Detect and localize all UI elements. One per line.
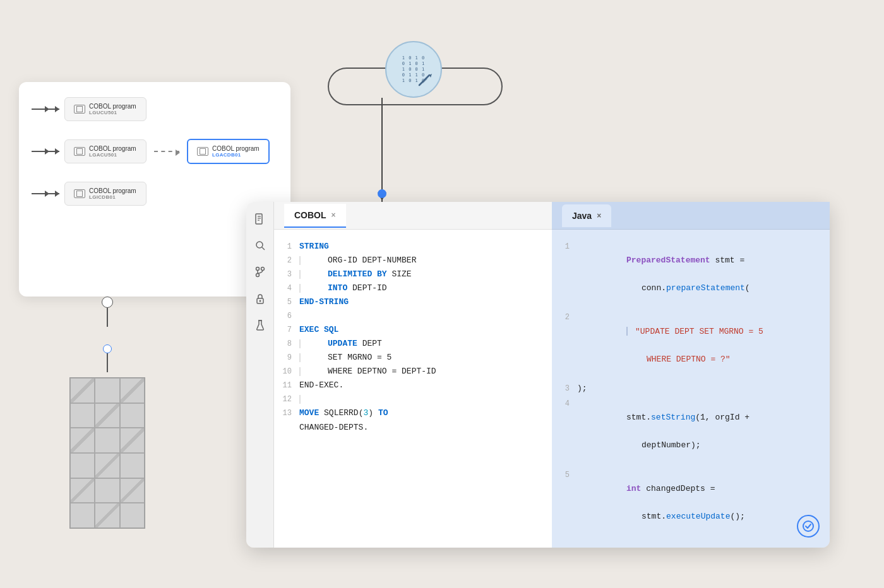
java-line-4: 4 stmt.setString(1, orgId + deptNumber); xyxy=(557,397,825,466)
tab-cobol[interactable]: COBOL × xyxy=(284,204,346,228)
cobol-line-9: 9 SET MGRNO = 5 xyxy=(279,351,547,365)
node3-title: COBOL program xyxy=(212,145,260,152)
grid-cell xyxy=(70,403,95,428)
java-tab-bar: Java × xyxy=(552,202,830,230)
node-icon-3 xyxy=(197,147,208,156)
check-button[interactable] xyxy=(797,515,820,538)
cobol-panel: COBOL × 1 STRING 2 ORG-ID DEPT-NUMBER 3 … xyxy=(274,202,552,548)
grid-cell xyxy=(95,378,119,403)
search-icon[interactable] xyxy=(253,238,267,252)
cobol-tab-close[interactable]: × xyxy=(332,211,336,219)
java-line-5: 5 int changedDepts = stmt.executeUpdate(… xyxy=(557,468,825,538)
branch-icon[interactable] xyxy=(253,265,267,279)
grid-cell xyxy=(120,478,145,503)
diagram-node-2[interactable]: COBOL program LGACU501 COBOL program LGA… xyxy=(32,139,278,164)
node-icon-1 xyxy=(74,105,85,114)
grid-cell xyxy=(95,453,119,478)
grid-cell xyxy=(95,503,119,528)
diagram-node-1[interactable]: COBOL program LGUCU501 xyxy=(32,97,278,121)
node2-subtitle: LGACU501 xyxy=(89,152,136,158)
svg-point-10 xyxy=(256,268,259,271)
node4-subtitle: LGICDB01 xyxy=(89,194,136,200)
java-tab-label: Java xyxy=(572,211,592,221)
grid-cell xyxy=(120,453,145,478)
node1-title: COBOL program xyxy=(89,103,136,110)
grid-cell xyxy=(70,478,95,503)
grid-cell xyxy=(70,453,95,478)
file-icon[interactable] xyxy=(253,212,267,226)
cobol-line-5: 5 END-STRING xyxy=(279,295,547,309)
grid-cell xyxy=(120,378,145,403)
vertical-line-2 xyxy=(107,353,108,372)
cobol-line-8: 8 UPDATE DEPT xyxy=(279,337,547,351)
java-line-1: 1 PreparedStatement stmt = conn.prepareS… xyxy=(557,240,825,309)
svg-point-8 xyxy=(256,242,263,248)
cobol-code-area: 1 STRING 2 ORG-ID DEPT-NUMBER 3 DELIMITE… xyxy=(274,230,552,548)
cobol-line-11: 11 END-EXEC. xyxy=(279,379,547,392)
grid-cell xyxy=(95,478,119,503)
cobol-line-1: 1 STRING xyxy=(279,240,547,254)
svg-point-15 xyxy=(259,300,261,302)
node4-title: COBOL program xyxy=(89,187,136,194)
svg-point-17 xyxy=(803,521,813,531)
grid-cell xyxy=(120,428,145,453)
grid-cell xyxy=(95,428,119,453)
svg-line-9 xyxy=(262,247,265,250)
grid-cell xyxy=(95,403,119,428)
cobol-line-10: 10 WHERE DEPTNO = DEPT-ID xyxy=(279,365,547,379)
editors-container: COBOL × 1 STRING 2 ORG-ID DEPT-NUMBER 3 … xyxy=(246,202,830,548)
diagram-node-4[interactable]: COBOL program LGICDB01 xyxy=(32,182,278,206)
node-icon-2 xyxy=(74,147,85,156)
cobol-line-6: 6 xyxy=(279,309,547,322)
grid-cell xyxy=(120,403,145,428)
cobol-tab-label: COBOL xyxy=(294,210,326,220)
lock-icon[interactable] xyxy=(253,291,267,305)
svg-line-2 xyxy=(419,75,429,85)
cobol-line-14: CHANGED-DEPTS. xyxy=(279,421,547,435)
flask-icon[interactable] xyxy=(253,318,267,332)
cobol-line-13: 13 MOVE SQLERRD(3) TO xyxy=(279,406,547,420)
empty-circle xyxy=(102,297,113,308)
grid-block xyxy=(69,377,145,529)
cobol-line-4: 4 INTO DEPT-ID xyxy=(279,281,547,295)
binary-badge: 1 0 1 0 0 1 0 1 1 0 0 1 0 1 1 0 1 0 1 0 xyxy=(385,41,442,98)
java-line-3: 3 ); xyxy=(557,382,825,396)
cobol-line-2: 2 ORG-ID DEPT-NUMBER xyxy=(279,254,547,268)
cobol-tab-bar: COBOL × xyxy=(274,202,552,230)
cobol-line-3: 3 DELIMITED BY SIZE xyxy=(279,268,547,281)
grid-cell xyxy=(70,378,95,403)
bottom-diagram xyxy=(69,297,145,529)
node-icon-4 xyxy=(74,189,85,198)
java-tab-close[interactable]: × xyxy=(597,212,601,220)
grid-cell xyxy=(70,428,95,453)
cobol-line-7: 7 EXEC SQL xyxy=(279,323,547,337)
grid-cell xyxy=(120,503,145,528)
svg-point-11 xyxy=(261,268,264,271)
svg-rect-4 xyxy=(256,214,262,224)
connection-dot xyxy=(378,189,386,198)
java-code-area: 1 PreparedStatement stmt = conn.prepareS… xyxy=(552,230,830,548)
node3-subtitle: LGACDB01 xyxy=(212,152,260,158)
cobol-line-12: 12 xyxy=(279,392,547,406)
filled-circle xyxy=(103,344,112,353)
tab-java[interactable]: Java × xyxy=(562,204,611,227)
java-line-2: 2 "UPDATE DEPT SET MGRNO = 5 WHERE DEPTN… xyxy=(557,310,825,380)
java-panel: Java × 1 PreparedStatement stmt = conn.p… xyxy=(552,202,830,548)
svg-point-12 xyxy=(256,274,259,277)
scalpel-icon xyxy=(417,70,434,88)
vertical-line-1 xyxy=(107,308,108,327)
node2-title: COBOL program xyxy=(89,145,136,152)
grid-cell xyxy=(70,503,95,528)
node1-subtitle: LGUCU501 xyxy=(89,110,136,115)
editor-sidebar xyxy=(246,202,274,548)
